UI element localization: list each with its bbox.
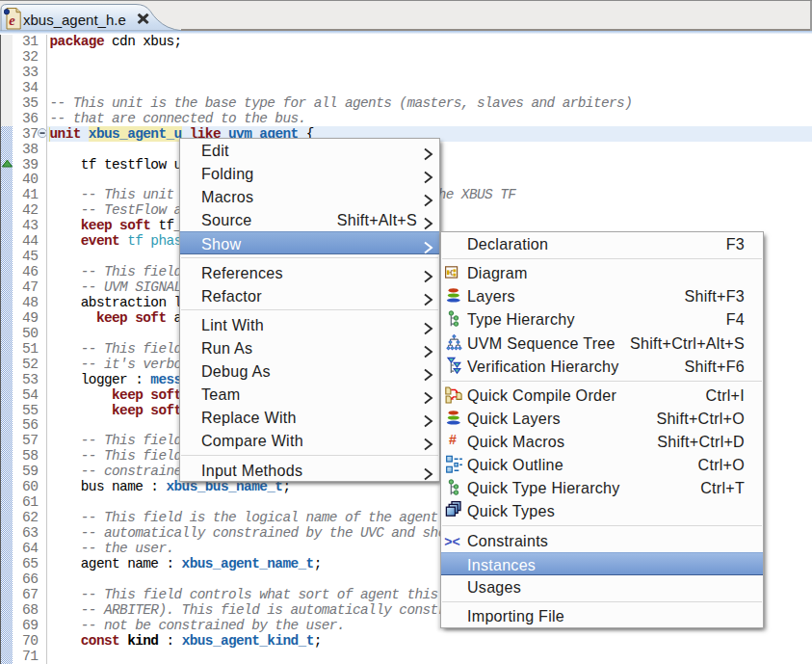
svg-text:e: e (9, 13, 15, 28)
svg-text:><: >< (444, 534, 460, 549)
svg-text:#: # (449, 432, 457, 447)
